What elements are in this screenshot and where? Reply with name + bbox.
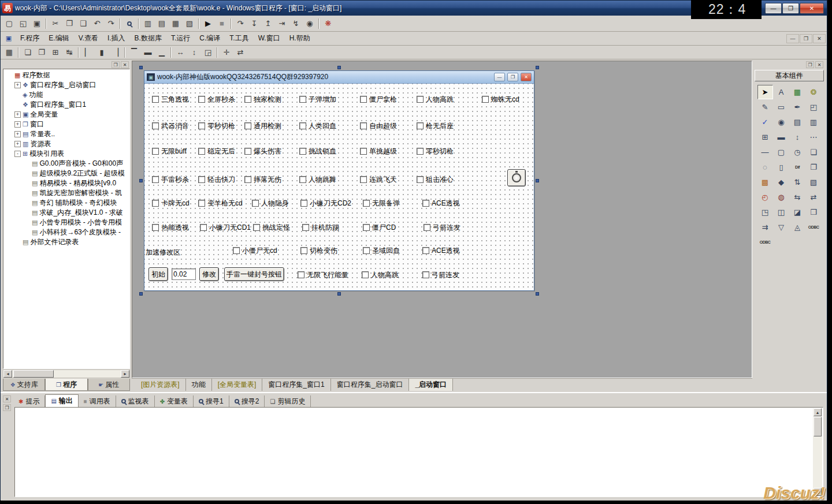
doc-tab-startup-window[interactable]: _启动窗口 <box>409 379 453 391</box>
center-vertical-icon[interactable]: ⇄ <box>233 46 247 59</box>
menu-database[interactable]: B.数据库 <box>130 31 166 46</box>
run-to-cursor-icon[interactable]: ⇥ <box>275 17 289 30</box>
undo-icon[interactable]: ↶ <box>90 17 104 30</box>
form-checkbox[interactable]: 人物隐身 <box>252 199 289 207</box>
tree-item[interactable]: ▤G0.00声音模块 - G0和00声 <box>4 159 129 169</box>
form-checkbox[interactable]: 小镰刀无CD2 <box>300 199 351 207</box>
form-checkbox[interactable]: 挑战定怪 <box>253 223 290 232</box>
designer-form-window[interactable]: ▣ wook-内部神仙版wookQQ3243267514QQ群929397920… <box>144 70 534 291</box>
scroll-thumb[interactable] <box>13 370 54 378</box>
tab-clip-history[interactable]: ❏剪辑历史 <box>265 395 311 407</box>
image2-tool-icon[interactable]: ▧ <box>806 175 822 189</box>
combobox-tool-icon[interactable]: ▤ <box>790 115 805 129</box>
form-checkbox[interactable]: 子弹增加 <box>299 95 336 103</box>
paste-icon[interactable]: ❑ <box>76 17 90 30</box>
tree-expander[interactable]: + <box>14 131 21 137</box>
odbc-tool-icon[interactable]: ODBC <box>806 220 822 234</box>
tree-expander[interactable]: + <box>14 111 21 118</box>
form-checkbox[interactable]: 独家检测 <box>244 95 281 103</box>
tree-item[interactable]: ▤小韩科技→63个皮肤模块 - <box>4 227 129 237</box>
filter-tool-icon[interactable]: ▽ <box>774 220 789 234</box>
groupbox-tool-icon[interactable]: ▢ <box>774 145 789 159</box>
tree-item[interactable]: +▣全局变量 <box>4 110 129 120</box>
step-into-icon[interactable]: ↧ <box>247 17 261 30</box>
sketch-tool-icon[interactable]: ✎ <box>757 100 773 114</box>
pane-1-icon[interactable]: ▥ <box>141 17 155 30</box>
checkbox-tool-icon[interactable]: ✓ <box>757 115 773 129</box>
init-button[interactable]: 初始 <box>148 267 168 281</box>
editbox-tool-icon[interactable]: ▭ <box>774 100 789 114</box>
menu-help[interactable]: H.帮助 <box>285 31 315 46</box>
scroll-up-arrow[interactable]: ▴ <box>814 408 822 416</box>
tab-program[interactable]: ❐程序 <box>45 379 87 391</box>
tree-item[interactable]: ❖窗口程序集_窗口1 <box>4 100 129 110</box>
slider-tool-icon[interactable]: ▬ <box>774 130 789 144</box>
resize-handle[interactable] <box>139 179 143 182</box>
form-checkbox[interactable]: 人物高跳 <box>417 95 454 103</box>
form-checkbox[interactable]: 卡牌无cd <box>152 199 190 207</box>
scroll-left-arrow[interactable]: ◂ <box>3 370 12 378</box>
doc-tab-features[interactable]: 功能 <box>186 379 212 391</box>
doc-tab-global-vars[interactable]: [全局变量表] <box>212 379 263 391</box>
form-checkbox[interactable]: 单挑越级 <box>360 147 397 155</box>
form-checkbox[interactable]: 无限buff <box>152 147 187 155</box>
pen-tool-icon[interactable]: ✒ <box>790 100 805 114</box>
form-checkbox[interactable]: 轻击快刀 <box>198 176 235 184</box>
pointer-tool-icon[interactable]: ➤ <box>757 85 773 99</box>
mdi-close-button[interactable]: ✕ <box>813 34 826 43</box>
dashed-box-tool-icon[interactable]: ◌ <box>757 160 773 174</box>
stopwatch-button[interactable] <box>507 169 526 186</box>
tree-item[interactable]: ▤求破_内存_模块V1.0 - 求破 <box>4 208 129 218</box>
form-checkbox[interactable]: ACE透视 <box>422 247 460 255</box>
pane-4-icon[interactable]: ▧ <box>183 17 196 30</box>
form-checkbox[interactable]: 摔落无伤 <box>244 176 281 184</box>
pane-3-icon[interactable]: ▦ <box>169 17 183 30</box>
tree-item[interactable]: ◈功能 <box>4 90 129 100</box>
form-minimize-button[interactable]: — <box>494 73 505 81</box>
form-checkbox[interactable]: 通用检测 <box>244 122 281 130</box>
form-checkbox[interactable]: 小镰刀无CD1 <box>200 223 251 232</box>
monitor-tool-icon[interactable]: ◳ <box>757 205 773 219</box>
same-size-icon[interactable]: ◲ <box>201 46 215 59</box>
resize-handle[interactable] <box>139 66 143 69</box>
clock-tool-icon[interactable]: ◴ <box>757 190 773 204</box>
send-back-icon[interactable]: ❐ <box>35 46 49 59</box>
grid-icon[interactable]: ▦ <box>2 46 16 59</box>
form-checkbox[interactable]: 小僵尸无cd <box>233 247 277 255</box>
form-checkbox[interactable]: 零秒切枪 <box>198 122 235 130</box>
minimize-button[interactable]: — <box>765 3 782 14</box>
align-middle-icon[interactable]: ▬ <box>141 46 155 59</box>
tree-horizontal-scrollbar[interactable]: ◂ ▸ <box>3 369 130 378</box>
arrows-tool-icon[interactable]: ⇉ <box>757 220 773 234</box>
output-area[interactable]: ▴ ▾ <box>14 407 823 497</box>
transfer-tool-icon[interactable]: ⇆ <box>790 190 805 204</box>
form-checkbox[interactable]: 人物高跳 <box>362 271 399 279</box>
scroll-right-arrow[interactable]: ▸ <box>121 370 129 378</box>
copy-icon[interactable]: ❐ <box>62 17 76 30</box>
diagonal-tool-icon[interactable]: ◬ <box>790 220 805 234</box>
close-button[interactable]: ✕ <box>800 3 824 14</box>
form-checkbox[interactable]: 热能透视 <box>152 223 189 232</box>
scroll-thumb[interactable] <box>814 417 822 436</box>
align-center-icon[interactable]: ▮ <box>95 46 109 59</box>
mdi-minimize-button[interactable]: — <box>786 34 799 43</box>
picture-tool-icon[interactable]: ▦ <box>790 85 805 99</box>
form-checkbox[interactable]: ACE透视 <box>422 199 460 207</box>
tree-expander[interactable]: + <box>14 121 21 128</box>
find-icon[interactable] <box>122 17 136 30</box>
form-checkbox[interactable]: 蜘蛛无cd <box>482 95 519 103</box>
palette-close-button[interactable]: ✕ <box>815 61 823 68</box>
tree-item[interactable]: ▤小曾专用模块 - 小曾专用模 <box>4 218 129 227</box>
form-checkbox[interactable]: 连跳飞天 <box>360 176 397 184</box>
new-icon[interactable]: ▢ <box>2 17 16 30</box>
label-tool-icon[interactable]: A <box>774 85 789 99</box>
breakpoint-icon[interactable]: ◉ <box>303 17 317 30</box>
timer-tool-icon[interactable]: ◷ <box>790 145 805 159</box>
database-tool-icon[interactable]: ◫ <box>774 205 789 219</box>
form-maximize-button[interactable]: ❐ <box>507 73 518 81</box>
form-checkbox[interactable]: 切枪变伤 <box>300 247 337 255</box>
radio-tool-icon[interactable]: ◉ <box>774 115 789 129</box>
doc-tab-startup-set[interactable]: 窗口程序集_启动窗口 <box>331 379 410 391</box>
resize-handle[interactable] <box>536 179 539 182</box>
chart-tool-icon[interactable]: ◪ <box>790 205 805 219</box>
